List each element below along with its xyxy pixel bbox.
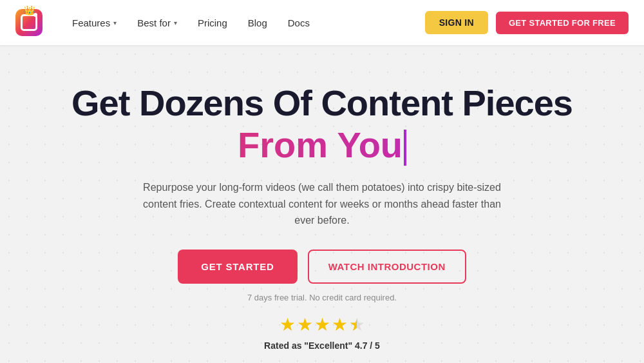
signin-button[interactable]: SIGN IN: [425, 11, 488, 34]
nav-blog[interactable]: Blog: [239, 12, 276, 34]
hero-title-line2: From You: [71, 123, 573, 166]
nav-docs[interactable]: Docs: [279, 12, 319, 34]
nav-pricing[interactable]: Pricing: [189, 12, 236, 34]
star-rating: ★ ★ ★ ★ ★ ★: [279, 314, 365, 335]
hero-content: Get Dozens Of Content Pieces From You Re…: [71, 83, 573, 351]
free-trial-text: 7 days free trial. No credit card requir…: [71, 293, 573, 302]
star-3: ★: [314, 314, 330, 335]
logo[interactable]: 👑: [15, 9, 43, 36]
star-4: ★: [332, 314, 348, 335]
get-started-nav-button[interactable]: GET STARTED FOR FREE: [496, 12, 629, 34]
hero-subtitle: Repurpose your long-form videos (we call…: [142, 179, 502, 229]
star-1: ★: [279, 314, 296, 335]
hero-buttons: GET STARTED WATCH INTRODUCTION: [71, 250, 573, 284]
navbar: 👑 Features ▾ Best for ▾ Pricing Blog Doc…: [0, 0, 644, 45]
get-started-button[interactable]: GET STARTED: [178, 250, 298, 284]
nav-actions: SIGN IN GET STARTED FOR FREE: [425, 11, 629, 34]
rating-text: Rated as "Excellent" 4.7 / 5: [264, 340, 380, 351]
nav-links: Features ▾ Best for ▾ Pricing Blog Docs: [63, 12, 425, 34]
text-cursor: [404, 130, 406, 166]
nav-best-for[interactable]: Best for ▾: [128, 12, 186, 34]
watch-intro-button[interactable]: WATCH INTRODUCTION: [308, 250, 466, 284]
chevron-down-icon: ▾: [174, 19, 177, 26]
star-2: ★: [297, 314, 313, 335]
nav-features[interactable]: Features ▾: [63, 12, 126, 34]
hero-title-line1: Get Dozens Of Content Pieces: [71, 83, 573, 123]
rating-section: ★ ★ ★ ★ ★ ★ Rated as "Excellent" 4.7 / 5: [71, 314, 573, 351]
hero-section: Get Dozens Of Content Pieces From You Re…: [0, 45, 644, 363]
chevron-down-icon: ▾: [113, 19, 117, 26]
star-5-half: ★ ★: [349, 314, 365, 335]
crown-icon: 👑: [24, 5, 35, 15]
